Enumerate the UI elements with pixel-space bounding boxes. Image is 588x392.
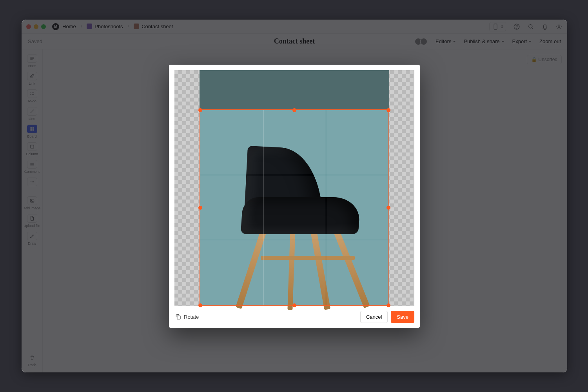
crop-handle-bl[interactable]: [198, 303, 202, 307]
save-button[interactable]: Save: [391, 311, 414, 323]
cancel-button[interactable]: Cancel: [360, 311, 388, 323]
crop-modal: Rotate Cancel Save: [169, 65, 420, 328]
crop-handle-br[interactable]: [387, 303, 390, 307]
crop-handle-tm[interactable]: [292, 108, 296, 112]
modal-scrim[interactable]: Rotate Cancel Save: [22, 20, 567, 372]
svg-rect-15: [177, 316, 180, 319]
crop-handle-mr[interactable]: [387, 206, 390, 210]
crop-canvas[interactable]: [174, 70, 414, 306]
crop-handle-bm[interactable]: [292, 303, 296, 307]
app-window: M Home / Photoshoots / Contact sheet 0 S…: [22, 20, 567, 372]
crop-handle-tl[interactable]: [198, 108, 202, 112]
rotate-button[interactable]: Rotate: [174, 313, 199, 320]
crop-handle-tr[interactable]: [387, 108, 390, 112]
crop-rectangle[interactable]: [200, 109, 389, 306]
crop-handle-ml[interactable]: [198, 206, 202, 210]
rotate-icon: [174, 313, 181, 320]
